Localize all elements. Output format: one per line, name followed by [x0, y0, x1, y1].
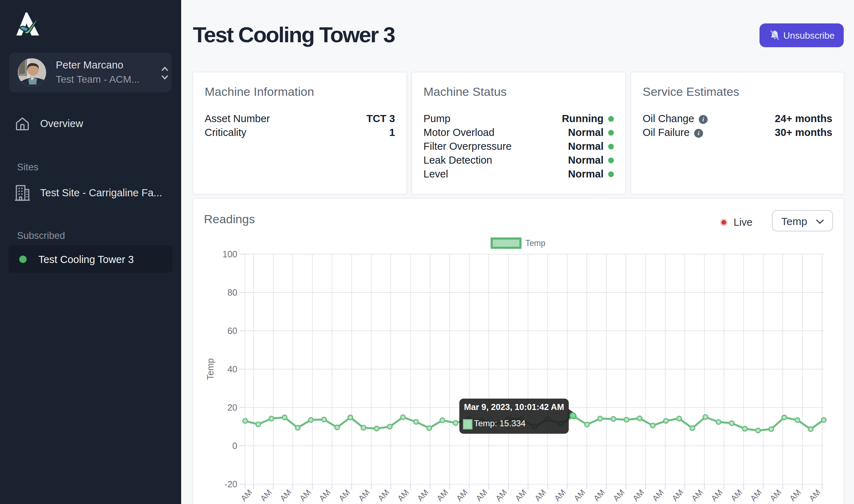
svg-text:AM: AM [650, 488, 665, 503]
svg-text:AM: AM [396, 488, 411, 503]
svg-text:AM: AM [474, 488, 489, 503]
svg-text:AM: AM [454, 488, 469, 503]
svg-text:AM: AM [278, 488, 293, 503]
svg-text:AM: AM [337, 488, 352, 503]
svg-text:AM: AM [239, 488, 254, 503]
svg-text:AM: AM [572, 488, 587, 503]
svg-text:80: 80 [227, 287, 237, 297]
svg-text:AM: AM [258, 488, 273, 503]
svg-text:AM: AM [298, 488, 313, 503]
svg-text:AM: AM [415, 488, 430, 503]
svg-text:AM: AM [807, 488, 822, 503]
svg-text:AM: AM [748, 488, 763, 503]
svg-text:40: 40 [227, 364, 237, 374]
svg-text:AM: AM [690, 488, 704, 503]
svg-text:AM: AM [376, 488, 391, 503]
svg-text:AM: AM [709, 488, 724, 503]
svg-text:AM: AM [494, 488, 509, 503]
svg-text:AM: AM [788, 488, 802, 503]
svg-text:AM: AM [729, 488, 744, 503]
svg-text:AM: AM [317, 488, 332, 503]
svg-text:Temp: Temp [205, 358, 215, 380]
svg-text:AM: AM [670, 488, 685, 503]
svg-text:60: 60 [227, 326, 237, 336]
svg-text:AM: AM [591, 488, 606, 503]
svg-text:-20: -20 [225, 479, 237, 489]
svg-text:AM: AM [611, 488, 626, 503]
svg-text:AM: AM [631, 488, 646, 503]
svg-text:AM: AM [533, 488, 548, 503]
svg-text:0: 0 [232, 441, 237, 451]
svg-text:AM: AM [768, 488, 783, 503]
svg-text:100: 100 [222, 249, 237, 259]
svg-text:AM: AM [435, 488, 450, 503]
svg-text:AM: AM [513, 488, 528, 503]
svg-text:AM: AM [552, 488, 567, 503]
svg-text:20: 20 [227, 402, 237, 412]
svg-text:AM: AM [356, 488, 371, 503]
svg-text:Temp: Temp [525, 239, 545, 248]
